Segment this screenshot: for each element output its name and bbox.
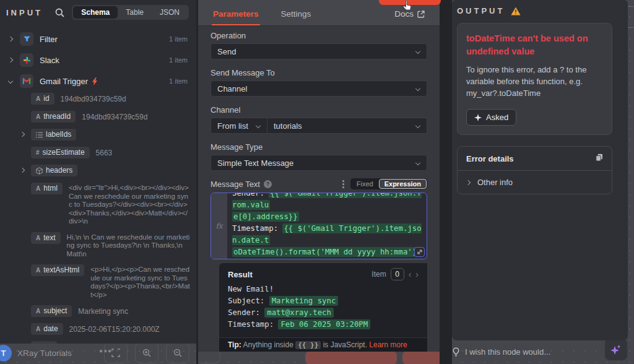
send-message-to-select[interactable]: Channel xyxy=(211,80,427,97)
help-icon[interactable]: ? xyxy=(264,180,272,188)
schema-field-subject[interactable]: Asubject Marketing sync xyxy=(0,305,196,317)
expand-editor-icon[interactable] xyxy=(414,247,425,257)
sparkle-icon xyxy=(474,114,482,121)
error-title: toDateTime can't be used on undefined va… xyxy=(466,32,603,58)
message-type-label: Message Type xyxy=(211,142,427,152)
zoom-in-icon xyxy=(142,349,151,357)
schema-field-id[interactable]: Aid 194dbd934739c59d xyxy=(0,93,196,105)
n8n-node-detail-view: T XRay Tutorials ●●● I wish this node wo… xyxy=(0,0,634,364)
schema-field-date[interactable]: Adate 2025-02-06T15:20:20.000Z xyxy=(0,323,196,335)
expression-code[interactable]: Sender: {{ $('Gmail Trigger').item.json.… xyxy=(227,193,427,259)
field-key-pill: Aid xyxy=(31,93,54,105)
schema-field-labelids[interactable]: labelIds xyxy=(0,129,196,141)
result-title: Result xyxy=(228,270,253,279)
schema-field-textashtml[interactable]: AtextAsHtml <p>Hi,</p><p>Can we reschedu… xyxy=(0,264,196,299)
field-key-pill: Atext xyxy=(31,232,61,244)
string-type-icon: A xyxy=(36,307,40,315)
workflow-name[interactable]: XRay Tutorials xyxy=(17,349,72,358)
chevron-right-icon[interactable] xyxy=(20,168,25,173)
chevron-right-icon[interactable] xyxy=(20,132,25,137)
field-key-pill: Ahtml xyxy=(31,183,63,194)
fixed-expression-toggle: Fixed Expression xyxy=(350,178,427,189)
field-key-pill: headers xyxy=(31,165,77,176)
zoom-out-button[interactable] xyxy=(166,342,189,363)
schema-field-html[interactable]: Ahtml <div dir="ltr">Hi,<div><br></div><… xyxy=(0,183,196,226)
channel-mode-select[interactable]: From list xyxy=(211,118,267,134)
node-wish-bar: I wish this node would... xyxy=(452,339,634,364)
tree-node-filter[interactable]: Filter 1 item xyxy=(0,30,196,48)
panel-gap xyxy=(440,0,452,364)
copy-icon[interactable] xyxy=(596,153,603,164)
workflow-avatar[interactable]: T xyxy=(0,345,12,362)
field-value: 2025-02-06T15:20:20.000Z xyxy=(69,324,190,334)
string-type-icon: A xyxy=(36,113,40,121)
slack-icon xyxy=(20,53,33,67)
item-index-badge[interactable]: 0 xyxy=(391,268,404,280)
ai-assistant-button[interactable] xyxy=(604,338,628,361)
chevron-right-icon[interactable] xyxy=(8,58,13,63)
tree-node-slack[interactable]: Slack 1 item xyxy=(0,51,196,69)
chevron-down-icon[interactable] xyxy=(8,79,13,84)
zoom-in-button[interactable] xyxy=(135,342,158,363)
lightbulb-icon xyxy=(452,347,460,357)
parameters-body: Operation Send Send Message To Channel C… xyxy=(198,26,440,352)
field-value: Marketing sync xyxy=(78,306,190,316)
search-icon[interactable] xyxy=(55,8,64,17)
channel-label: Channel xyxy=(211,105,427,115)
field-value: <div dir="ltr">Hi,<div><br></div><div>Ca… xyxy=(69,183,190,226)
zoom-to-fit-button[interactable] xyxy=(104,342,128,363)
mouse-cursor xyxy=(402,0,412,13)
tree-node-gmail-trigger[interactable]: Gmail Trigger 1 item xyxy=(0,72,196,90)
schema-field-headers[interactable]: headers xyxy=(0,165,196,176)
result-output: New Email! Subject: Marketing sync Sende… xyxy=(219,282,427,337)
dimmed-canvas-button xyxy=(305,350,397,364)
chevron-down-icon xyxy=(415,86,420,91)
channel-value-select[interactable]: tutorials xyxy=(267,118,427,134)
trigger-bolt-icon xyxy=(92,77,98,85)
prev-item-icon[interactable]: ‹ xyxy=(409,270,412,279)
string-type-icon: A xyxy=(36,184,40,193)
operation-select[interactable]: Send xyxy=(211,43,427,59)
expression-editor[interactable]: fx Sender: {{ $('Gmail Trigger').item.js… xyxy=(211,193,427,259)
error-card: toDateTime can't be used on undefined va… xyxy=(457,23,612,135)
toggle-fixed[interactable]: Fixed xyxy=(351,179,379,189)
wish-input[interactable]: I wish this node would... xyxy=(465,347,550,357)
chevron-down-icon xyxy=(415,123,420,128)
other-info-row[interactable]: Other info xyxy=(458,170,612,194)
schema-field-sizeestimate[interactable]: #sizeEstimate 5663 xyxy=(0,147,196,158)
item-label: Item xyxy=(371,270,386,279)
list-type-icon xyxy=(36,132,43,138)
tab-schema[interactable]: Schema xyxy=(73,6,118,19)
learn-more-link[interactable]: Learn more xyxy=(369,340,407,349)
parameters-panel: Parameters Settings Docs Operation Send … xyxy=(198,0,440,352)
node-name: Gmail Trigger xyxy=(40,77,88,86)
input-panel-header: INPUT Schema Table JSON xyxy=(0,0,196,24)
item-count: 1 item xyxy=(169,77,188,85)
next-item-icon[interactable]: › xyxy=(415,270,419,279)
chevron-right-icon xyxy=(466,180,471,184)
dimmed-canvas-button xyxy=(402,350,441,364)
warning-icon xyxy=(511,7,521,15)
sparkles-icon xyxy=(610,344,622,356)
error-details-card: Error details Other info xyxy=(457,146,612,194)
field-key-pill: AtextAsHtml xyxy=(31,264,84,276)
result-preview: Result Item 0 ‹ › New Email! Subject: Ma… xyxy=(219,263,427,352)
toggle-expression[interactable]: Expression xyxy=(379,179,427,189)
tab-table[interactable]: Table xyxy=(118,6,152,19)
tab-settings[interactable]: Settings xyxy=(281,9,311,25)
input-panel-title: INPUT xyxy=(6,8,43,17)
tab-parameters[interactable]: Parameters xyxy=(213,9,259,25)
schema-field-to[interactable]: to xyxy=(0,341,196,344)
field-key-pill: #sizeEstimate xyxy=(31,147,90,158)
message-type-select[interactable]: Simple Text Message xyxy=(211,155,427,171)
kebab-menu-icon[interactable] xyxy=(336,180,350,188)
chevron-right-icon[interactable] xyxy=(8,37,13,41)
schema-field-text[interactable]: Atext Hi,\n \n Can we reschedule our mar… xyxy=(0,232,196,259)
chevron-down-icon xyxy=(415,160,420,165)
tab-json[interactable]: JSON xyxy=(152,6,188,19)
schema-field-threadid[interactable]: AthreadId 194dbd934739c59d xyxy=(0,111,196,123)
field-key-pill: AthreadId xyxy=(31,111,76,123)
asked-button[interactable]: Asked xyxy=(466,109,516,126)
string-type-icon: A xyxy=(36,325,40,333)
field-value: 194dbd934739c59d xyxy=(61,94,190,104)
